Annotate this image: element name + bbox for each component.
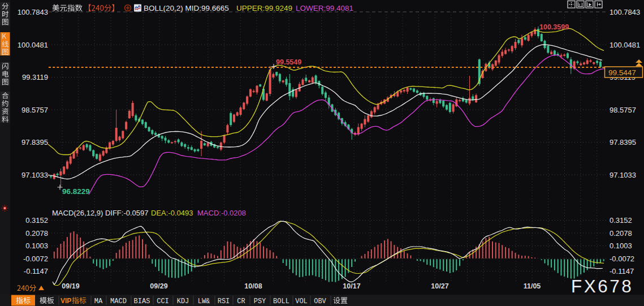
svg-text:MACD:-0.0208: MACD:-0.0208 — [197, 209, 246, 217]
svg-text:DEA:-0.0493: DEA:-0.0493 — [151, 209, 193, 217]
svg-text:10/27: 10/27 — [431, 282, 448, 290]
svg-text:11/05: 11/05 — [524, 282, 541, 290]
svg-text:-0.0072: -0.0072 — [610, 255, 634, 263]
svg-text:99.5549: 99.5549 — [276, 58, 301, 66]
svg-text:97.1033: 97.1033 — [610, 171, 636, 179]
svg-text:RSI: RSI — [218, 298, 230, 305]
svg-text:98.5757: 98.5757 — [610, 106, 636, 114]
svg-text:0.2078: 0.2078 — [25, 229, 48, 238]
svg-text:MACD(26,12,9) DIFF:-0.0597: MACD(26,12,9) DIFF:-0.0597 — [52, 209, 149, 217]
svg-text:VOL: VOL — [295, 298, 308, 305]
svg-text:97.1033: 97.1033 — [21, 171, 48, 179]
svg-text:PSY: PSY — [254, 298, 266, 305]
svg-text:09/19: 09/19 — [62, 282, 79, 290]
svg-text:MACD: MACD — [110, 298, 127, 305]
svg-text:UPPER:99.9249: UPPER:99.9249 — [236, 4, 292, 12]
svg-text:97.8395: 97.8395 — [610, 138, 636, 146]
svg-text:100.0481: 100.0481 — [18, 41, 48, 49]
svg-text:CR: CR — [237, 298, 245, 305]
svg-text:-0.1147: -0.1147 — [24, 267, 48, 275]
svg-text:-0.0072: -0.0072 — [23, 255, 48, 263]
svg-text:BOLL: BOLL — [273, 298, 289, 305]
svg-text:0.3152: 0.3152 — [25, 216, 48, 225]
svg-text:0.2078: 0.2078 — [610, 229, 632, 238]
svg-text:100.7843: 100.7843 — [610, 8, 640, 16]
svg-text:09/29: 09/29 — [150, 282, 167, 290]
svg-text:97.8395: 97.8395 — [21, 138, 48, 146]
svg-text:10/08: 10/08 — [244, 282, 262, 290]
svg-text:0.1003: 0.1003 — [25, 242, 48, 250]
svg-text:LOWER:99.4081: LOWER:99.4081 — [296, 4, 353, 12]
svg-text:CCI: CCI — [157, 298, 169, 305]
svg-text:KDJ: KDJ — [177, 298, 189, 305]
svg-text:98.5757: 98.5757 — [21, 106, 48, 114]
svg-text:0.1003: 0.1003 — [610, 242, 632, 250]
svg-text:OBV: OBV — [314, 298, 326, 305]
svg-text:99.5447: 99.5447 — [608, 68, 636, 77]
svg-text:VIP: VIP — [60, 297, 71, 305]
svg-text:99.3119: 99.3119 — [22, 73, 48, 81]
svg-text:100.7843: 100.7843 — [18, 8, 48, 16]
svg-text:BOLL(20,2) MID:99.6665: BOLL(20,2) MID:99.6665 — [144, 4, 229, 12]
svg-text:LW&: LW& — [198, 298, 210, 305]
svg-text:0.3152: 0.3152 — [610, 216, 632, 225]
svg-text:-0.1147: -0.1147 — [610, 267, 634, 275]
svg-text:BIAS: BIAS — [134, 298, 150, 305]
svg-text:MA: MA — [94, 298, 103, 305]
svg-text:10/17: 10/17 — [343, 282, 360, 290]
svg-text:FX678: FX678 — [571, 276, 633, 296]
svg-text:96.8229: 96.8229 — [62, 187, 90, 196]
svg-text:100.3599: 100.3599 — [539, 23, 569, 31]
svg-text:100.0481: 100.0481 — [610, 41, 640, 49]
